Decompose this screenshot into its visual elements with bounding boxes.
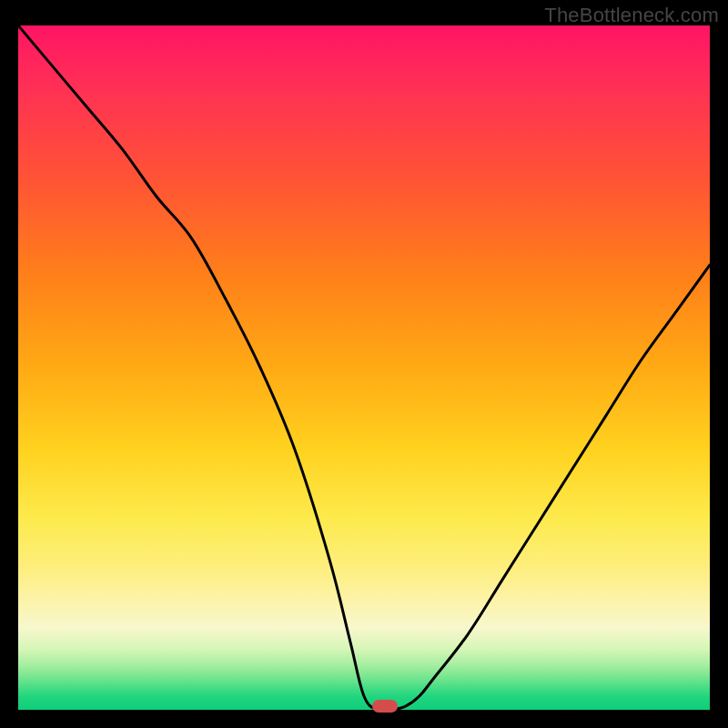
optimal-point-marker (372, 700, 398, 713)
source-watermark: TheBottleneck.com (544, 4, 719, 27)
plot-area (18, 25, 710, 710)
bottleneck-curve (18, 25, 710, 710)
page-root: TheBottleneck.com (0, 0, 728, 728)
